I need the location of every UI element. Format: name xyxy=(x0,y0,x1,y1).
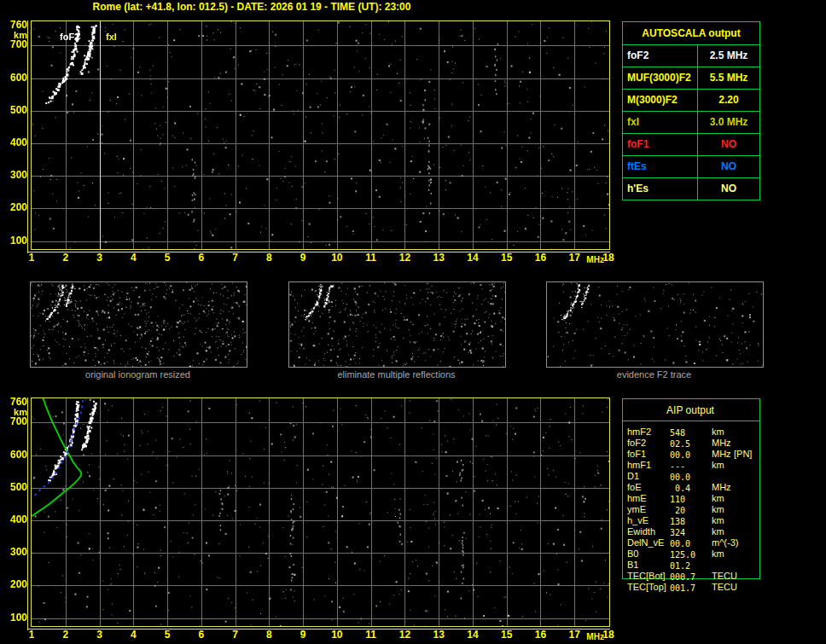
y-axis-tick-760-km: 760 xyxy=(2,20,27,30)
x-axis-tick-13-mhz: 13 xyxy=(428,252,450,263)
thumbnail-caption-f2trace: evidence F2 trace xyxy=(545,369,763,380)
aip-row-tectop: TEC[Top]001.7TECU xyxy=(622,582,761,593)
aip-value-tectop: 001.7 xyxy=(670,583,695,594)
autoscala-row-fof2: foF22.5 MHz xyxy=(623,45,759,67)
aip-row-tecbot: TEC[Bot]000.7TECU xyxy=(622,571,761,582)
fxI-annotation: fxI xyxy=(106,32,117,42)
aip-row-hmf1: hmF1---km xyxy=(622,460,761,471)
x-axis-unit-mhz: MHz xyxy=(586,256,604,264)
aip-param-tectop: TEC[Top] xyxy=(627,582,666,593)
aip-row-b0: B0125.0km xyxy=(622,548,761,560)
aip-param-b0: B0 xyxy=(627,548,638,560)
autoscala-param-ftes: ftEs xyxy=(623,156,698,177)
x-axis-tick-15-mhz: 15 xyxy=(496,252,518,263)
x-axis-tick-6-mhz: 6 xyxy=(190,629,212,640)
x-axis-tick-10-mhz: 10 xyxy=(326,252,348,263)
aip-param-hmf1: hmF1 xyxy=(627,460,651,471)
y-axis-tick-200-km: 200 xyxy=(2,202,27,212)
y-axis-tick-500-km: 500 xyxy=(2,105,27,115)
plot-outer-axis-bottom xyxy=(27,629,610,629)
autoscala-param-hes: h'Es xyxy=(623,178,698,200)
y-axis-tick-600-km: 600 xyxy=(2,450,27,460)
x-axis-tick-17-mhz: 17 xyxy=(563,629,585,640)
aip-param-hme: hmE xyxy=(627,493,647,504)
aip-unit-hmf1: km xyxy=(712,460,724,471)
ionogram-canvas-top xyxy=(32,21,609,249)
aip-row-b1: B101.2 xyxy=(622,560,761,571)
thumbnail-original-ionogram xyxy=(30,281,247,368)
plot-outer-axis-left xyxy=(27,397,28,630)
x-axis-tick-2-mhz: 2 xyxy=(55,252,77,263)
autoscala-row-fof1: foF1NO xyxy=(623,134,759,156)
y-axis-tick-700-km: 700 xyxy=(2,416,27,426)
aip-unit-tecbot: TECU xyxy=(712,571,737,582)
aip-unit-fof1: MHz xyxy=(712,449,731,460)
autoscala-value-m3000f2: 2.20 xyxy=(698,90,759,111)
aip-param-d1: D1 xyxy=(627,471,639,482)
thumbnail-caption-reflections: eliminate multiple reflections xyxy=(288,369,505,380)
aip-unit-b0: km xyxy=(712,548,724,560)
y-axis-tick-500-km: 500 xyxy=(2,482,27,492)
autoscala-param-m3000f2: M(3000)F2 xyxy=(623,90,698,111)
autoscala-param-fof2: foF2 xyxy=(623,45,698,67)
x-axis-tick-9-mhz: 9 xyxy=(292,629,314,640)
thumbnail-canvas-f2trace xyxy=(547,282,763,367)
x-axis-tick-8-mhz: 8 xyxy=(258,252,280,263)
y-axis-tick-200-km: 200 xyxy=(2,579,27,589)
x-axis-tick-2-mhz: 2 xyxy=(55,629,77,640)
x-axis-tick-16-mhz: 16 xyxy=(529,252,551,263)
aip-param-foe: foE xyxy=(627,482,642,493)
x-axis-tick-11-mhz: 11 xyxy=(360,252,382,263)
autoscala-window: Rome (lat: +41.8, lon: 012.5) - DATE: 20… xyxy=(0,0,826,644)
x-axis-tick-13-mhz: 13 xyxy=(428,629,450,640)
aip-row-hve: h_vE138km xyxy=(622,515,761,526)
window-title: Rome (lat: +41.8, lon: 012.5) - DATE: 20… xyxy=(0,1,503,13)
autoscala-row-m3000f2: M(3000)F22.20 xyxy=(623,90,759,112)
autoscala-value-ftes: NO xyxy=(698,156,759,177)
x-axis-tick-5-mhz: 5 xyxy=(156,252,178,263)
aip-row-d1: D100.0 xyxy=(622,471,761,482)
ionogram-plot-bottom xyxy=(31,397,610,627)
y-axis-tick-600-km: 600 xyxy=(2,73,27,83)
aip-unit-hve: km xyxy=(712,515,724,526)
autoscala-param-muf3000f2: MUF(3000)F2 xyxy=(623,67,698,89)
aip-param-ewidth: Ewidth xyxy=(627,526,655,537)
aip-unit-hme: km xyxy=(712,493,724,504)
x-axis-tick-4-mhz: 4 xyxy=(122,252,144,263)
x-axis-tick-1-mhz: 1 xyxy=(20,629,43,640)
thumbnail-f2-trace xyxy=(546,281,764,368)
y-axis-tick-400-km: 400 xyxy=(2,137,27,148)
aip-header-divider xyxy=(622,421,759,421)
x-axis-tick-1-mhz: 1 xyxy=(20,252,43,263)
thumbnail-canvas-original xyxy=(31,282,247,367)
aip-row-foe: foE 0.4MHz xyxy=(622,482,761,493)
aip-row-fof1: foF100.0MHz[PN] xyxy=(622,449,761,460)
x-axis-tick-12-mhz: 12 xyxy=(393,252,416,263)
aip-param-fof2: foF2 xyxy=(627,438,646,449)
thumbnail-canvas-reflections xyxy=(289,282,505,367)
x-axis-tick-11-mhz: 11 xyxy=(360,629,382,640)
autoscala-value-fof1: NO xyxy=(698,134,759,155)
x-axis-tick-3-mhz: 3 xyxy=(89,252,111,263)
aip-param-delnve: DelN_vE xyxy=(627,537,664,548)
aip-row-hme: hmE110km xyxy=(622,493,761,504)
aip-unit-delnve: m^(-3) xyxy=(712,537,738,548)
aip-param-yme: ymE xyxy=(627,504,646,515)
plot-outer-axis-bottom xyxy=(27,252,610,252)
x-axis-tick-12-mhz: 12 xyxy=(393,629,416,640)
aip-unit-yme: km xyxy=(712,504,724,515)
aip-row-hmf2: hmF2548km xyxy=(622,426,761,438)
x-axis-tick-6-mhz: 6 xyxy=(190,252,212,263)
aip-unit-fof2: MHz xyxy=(712,438,731,449)
aip-param-fof1: foF1 xyxy=(627,449,646,460)
x-axis-tick-14-mhz: 14 xyxy=(462,629,484,640)
autoscala-row-hes: h'EsNO xyxy=(623,178,759,200)
aip-row-fof2: foF202.5MHz xyxy=(622,438,761,449)
ionogram-canvas-bottom xyxy=(32,398,609,626)
x-axis-tick-7-mhz: 7 xyxy=(224,252,247,263)
autoscala-value-fof2: 2.5 MHz xyxy=(698,45,759,67)
x-axis-tick-14-mhz: 14 xyxy=(462,252,484,263)
aip-unit-ewidth: km xyxy=(712,526,724,537)
aip-unit-foe: MHz xyxy=(712,482,731,493)
y-axis-tick-100-km: 100 xyxy=(2,612,27,623)
